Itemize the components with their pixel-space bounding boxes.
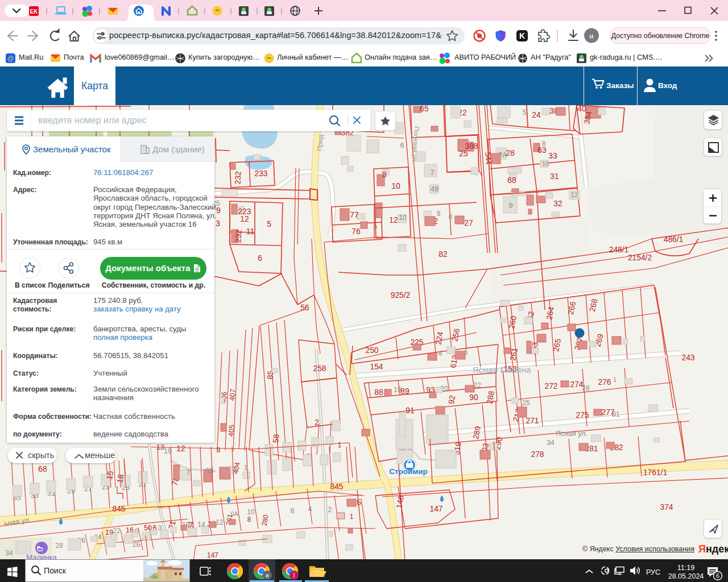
svg-text:76: 76 [351,227,361,236]
svg-text:845: 845 [330,483,343,491]
svg-text:10: 10 [247,508,255,516]
svg-text:49: 49 [431,185,439,193]
svg-text:248/1: 248/1 [609,246,629,254]
svg-text:0А: 0А [230,510,238,517]
svg-text:28: 28 [506,149,515,157]
svg-text:232: 232 [233,171,242,185]
svg-text:405: 405 [227,425,236,437]
svg-text:50: 50 [144,524,152,532]
svg-text:243: 243 [681,354,694,362]
svg-text:1: 1 [613,376,617,383]
svg-text:7А: 7А [499,151,507,159]
svg-text:28: 28 [55,542,63,550]
svg-text:81: 81 [612,410,620,418]
svg-text:4: 4 [439,350,442,357]
svg-text:12: 12 [240,215,249,223]
svg-text:68: 68 [507,176,516,185]
svg-text:4: 4 [308,505,312,513]
svg-text:374: 374 [660,503,673,512]
svg-text:Строймир: Строймир [389,467,428,476]
svg-text:12: 12 [570,191,578,199]
svg-text:3: 3 [216,219,220,228]
svg-text:11:19: 11:19 [677,564,694,572]
svg-text:65: 65 [420,105,429,113]
svg-text:I: I [293,572,295,579]
svg-text:258: 258 [313,364,326,373]
svg-text:88: 88 [374,388,383,397]
svg-text:9: 9 [437,210,441,218]
svg-text:9: 9 [508,201,512,210]
svg-text:34: 34 [547,439,555,447]
svg-text:6: 6 [716,572,719,579]
svg-text:92: 92 [447,394,457,405]
svg-text:28: 28 [582,384,590,392]
svg-text:28.05.2024: 28.05.2024 [668,572,704,580]
svg-text:Прид: Прид [316,134,325,151]
svg-text:1761/1: 1761/1 [643,468,667,477]
svg-text:РУС: РУС [646,568,660,576]
svg-text:25: 25 [522,399,530,407]
svg-text:0: 0 [449,213,453,221]
svg-text:12: 12 [389,216,398,225]
svg-text:68: 68 [38,465,47,473]
svg-text:33: 33 [548,152,557,160]
svg-text:32: 32 [553,199,562,208]
svg-text:24: 24 [532,111,541,119]
svg-text:25: 25 [459,149,468,158]
svg-text:233: 233 [254,169,267,178]
svg-text:147: 147 [207,551,218,559]
svg-text:6: 6 [291,507,295,515]
svg-text:27: 27 [464,219,473,227]
svg-text:77: 77 [350,211,358,219]
svg-text:K: K [519,31,525,40]
svg-text:1: 1 [350,513,354,521]
svg-text:7: 7 [187,469,191,477]
svg-text:8: 8 [542,140,546,148]
svg-text:276: 276 [598,378,611,386]
svg-text:EK: EK [30,9,39,15]
svg-text:Ясная ул.: Ясная ул. [556,430,588,438]
svg-text:232: 232 [234,230,243,243]
svg-text:и: и [589,32,593,40]
svg-text:278: 278 [531,450,544,459]
svg-text:275: 275 [576,411,589,419]
svg-text:15: 15 [206,467,214,475]
svg-text:и: и [266,572,269,579]
svg-text:2154/2: 2154/2 [628,253,652,262]
svg-text:154: 154 [370,363,383,371]
svg-text:91: 91 [406,406,414,415]
svg-text:147: 147 [429,505,442,513]
svg-text:34: 34 [5,549,13,557]
svg-text:19: 19 [394,386,402,394]
svg-text:12: 12 [176,444,185,453]
svg-text:2: 2 [328,506,332,514]
svg-text:544: 544 [483,152,493,165]
svg-text:2: 2 [315,418,319,427]
svg-text:10: 10 [391,182,400,190]
svg-text:6: 6 [258,254,262,263]
svg-text:1: 1 [338,441,342,449]
svg-text:925/2: 925/2 [391,291,411,300]
svg-text:22: 22 [113,527,121,535]
svg-text:7: 7 [430,168,434,177]
svg-text:6: 6 [400,141,404,149]
svg-text:@: @ [7,55,14,63]
svg-text:2Б: 2Б [133,541,141,548]
svg-text:11: 11 [246,227,254,236]
svg-text:8: 8 [217,446,221,454]
svg-text:10: 10 [542,160,549,167]
svg-text:31: 31 [550,172,559,181]
svg-text:10: 10 [399,214,407,222]
svg-text:486/1: 486/1 [664,235,684,244]
svg-text:56: 56 [300,304,309,312]
svg-text:82: 82 [439,250,447,259]
svg-text:Малинка: Малинка [26,553,57,559]
svg-text:271: 271 [526,417,539,425]
svg-text:90: 90 [469,393,478,402]
svg-text:Ясная Поляна: Ясная Поляна [473,365,531,375]
svg-text:58: 58 [271,434,280,443]
svg-text:8: 8 [247,516,251,523]
svg-text:12: 12 [216,518,224,526]
svg-text:5: 5 [523,109,527,117]
svg-text:89: 89 [400,387,410,396]
